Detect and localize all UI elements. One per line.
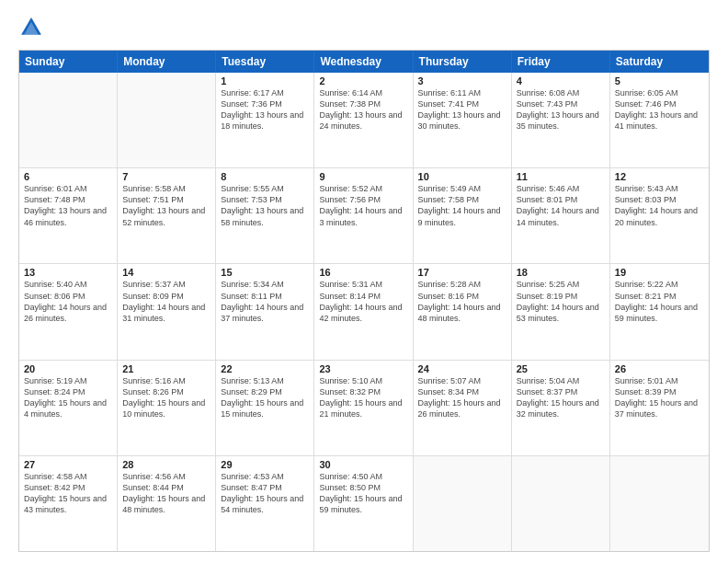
day-info: Sunrise: 5:01 AM Sunset: 8:39 PM Dayligh…	[615, 375, 704, 420]
day-info: Sunrise: 5:37 AM Sunset: 8:09 PM Dayligh…	[122, 279, 210, 324]
day-info: Sunrise: 5:04 AM Sunset: 8:37 PM Dayligh…	[517, 375, 605, 420]
day-number: 9	[319, 171, 407, 182]
day-cell-8: 8Sunrise: 5:55 AM Sunset: 7:53 PM Daylig…	[216, 168, 314, 263]
day-header-monday: Monday	[118, 51, 216, 73]
header	[18, 15, 710, 40]
day-cell-11: 11Sunrise: 5:46 AM Sunset: 8:01 PM Dayli…	[512, 168, 610, 263]
day-info: Sunrise: 4:56 AM Sunset: 8:44 PM Dayligh…	[122, 471, 210, 516]
day-info: Sunrise: 5:13 AM Sunset: 8:29 PM Dayligh…	[221, 375, 309, 420]
day-cell-17: 17Sunrise: 5:28 AM Sunset: 8:16 PM Dayli…	[414, 264, 512, 359]
week-row-2: 6Sunrise: 6:01 AM Sunset: 7:48 PM Daylig…	[19, 167, 709, 263]
logo	[18, 15, 48, 40]
day-cell-24: 24Sunrise: 5:07 AM Sunset: 8:34 PM Dayli…	[414, 361, 512, 455]
calendar-header: SundayMondayTuesdayWednesdayThursdayFrid…	[19, 51, 709, 73]
day-number: 29	[221, 459, 309, 470]
week-row-1: 1Sunrise: 6:17 AM Sunset: 7:36 PM Daylig…	[19, 73, 709, 167]
day-header-friday: Friday	[512, 51, 610, 73]
day-info: Sunrise: 5:07 AM Sunset: 8:34 PM Dayligh…	[418, 375, 506, 420]
day-header-thursday: Thursday	[414, 51, 512, 73]
day-cell-29: 29Sunrise: 4:53 AM Sunset: 8:47 PM Dayli…	[216, 456, 314, 551]
day-info: Sunrise: 5:46 AM Sunset: 8:01 PM Dayligh…	[517, 183, 605, 228]
day-cell-6: 6Sunrise: 6:01 AM Sunset: 7:48 PM Daylig…	[19, 168, 118, 263]
day-cell-20: 20Sunrise: 5:19 AM Sunset: 8:24 PM Dayli…	[19, 361, 118, 455]
day-cell-4: 4Sunrise: 6:08 AM Sunset: 7:43 PM Daylig…	[512, 73, 610, 167]
day-info: Sunrise: 5:10 AM Sunset: 8:32 PM Dayligh…	[319, 375, 407, 420]
day-cell-28: 28Sunrise: 4:56 AM Sunset: 8:44 PM Dayli…	[118, 456, 216, 551]
day-info: Sunrise: 6:08 AM Sunset: 7:43 PM Dayligh…	[517, 87, 605, 132]
day-number: 7	[122, 171, 210, 182]
day-number: 17	[418, 267, 506, 278]
day-number: 19	[615, 267, 704, 278]
day-number: 18	[517, 267, 605, 278]
day-number: 2	[319, 75, 407, 86]
week-row-3: 13Sunrise: 5:40 AM Sunset: 8:06 PM Dayli…	[19, 263, 709, 359]
day-number: 15	[221, 267, 309, 278]
calendar-body: 1Sunrise: 6:17 AM Sunset: 7:36 PM Daylig…	[19, 73, 709, 551]
day-cell-14: 14Sunrise: 5:37 AM Sunset: 8:09 PM Dayli…	[118, 264, 216, 359]
day-header-sunday: Sunday	[19, 51, 118, 73]
day-number: 20	[24, 363, 112, 374]
day-info: Sunrise: 6:17 AM Sunset: 7:36 PM Dayligh…	[221, 87, 309, 132]
day-number: 22	[221, 363, 309, 374]
day-number: 1	[221, 75, 309, 86]
day-info: Sunrise: 6:11 AM Sunset: 7:41 PM Dayligh…	[418, 87, 506, 132]
calendar: SundayMondayTuesdayWednesdayThursdayFrid…	[18, 50, 710, 552]
day-cell-9: 9Sunrise: 5:52 AM Sunset: 7:56 PM Daylig…	[314, 168, 413, 263]
day-number: 8	[221, 171, 309, 182]
day-header-tuesday: Tuesday	[216, 51, 314, 73]
day-number: 10	[418, 171, 506, 182]
day-cell-21: 21Sunrise: 5:16 AM Sunset: 8:26 PM Dayli…	[118, 361, 216, 455]
day-cell-2: 2Sunrise: 6:14 AM Sunset: 7:38 PM Daylig…	[314, 73, 413, 167]
day-cell-empty	[414, 456, 512, 551]
day-cell-22: 22Sunrise: 5:13 AM Sunset: 8:29 PM Dayli…	[216, 361, 314, 455]
page: SundayMondayTuesdayWednesdayThursdayFrid…	[0, 0, 728, 563]
day-cell-30: 30Sunrise: 4:50 AM Sunset: 8:50 PM Dayli…	[314, 456, 413, 551]
day-header-wednesday: Wednesday	[314, 51, 413, 73]
day-cell-3: 3Sunrise: 6:11 AM Sunset: 7:41 PM Daylig…	[414, 73, 512, 167]
day-cell-empty	[610, 456, 709, 551]
day-cell-empty	[19, 73, 118, 167]
day-number: 4	[517, 75, 605, 86]
day-number: 26	[615, 363, 704, 374]
day-info: Sunrise: 5:16 AM Sunset: 8:26 PM Dayligh…	[122, 375, 210, 420]
day-number: 24	[418, 363, 506, 374]
day-cell-15: 15Sunrise: 5:34 AM Sunset: 8:11 PM Dayli…	[216, 264, 314, 359]
day-number: 23	[319, 363, 407, 374]
day-info: Sunrise: 5:40 AM Sunset: 8:06 PM Dayligh…	[24, 279, 112, 324]
day-info: Sunrise: 5:49 AM Sunset: 7:58 PM Dayligh…	[418, 183, 506, 228]
day-cell-19: 19Sunrise: 5:22 AM Sunset: 8:21 PM Dayli…	[610, 264, 709, 359]
day-cell-12: 12Sunrise: 5:43 AM Sunset: 8:03 PM Dayli…	[610, 168, 709, 263]
day-cell-23: 23Sunrise: 5:10 AM Sunset: 8:32 PM Dayli…	[314, 361, 413, 455]
day-number: 27	[24, 459, 112, 470]
day-info: Sunrise: 5:55 AM Sunset: 7:53 PM Dayligh…	[221, 183, 309, 228]
day-cell-26: 26Sunrise: 5:01 AM Sunset: 8:39 PM Dayli…	[610, 361, 709, 455]
day-info: Sunrise: 4:53 AM Sunset: 8:47 PM Dayligh…	[221, 471, 309, 516]
day-info: Sunrise: 5:58 AM Sunset: 7:51 PM Dayligh…	[122, 183, 210, 228]
day-number: 13	[24, 267, 112, 278]
day-info: Sunrise: 5:34 AM Sunset: 8:11 PM Dayligh…	[221, 279, 309, 324]
day-number: 11	[517, 171, 605, 182]
day-cell-25: 25Sunrise: 5:04 AM Sunset: 8:37 PM Dayli…	[512, 361, 610, 455]
day-number: 5	[615, 75, 704, 86]
day-cell-13: 13Sunrise: 5:40 AM Sunset: 8:06 PM Dayli…	[19, 264, 118, 359]
week-row-5: 27Sunrise: 4:58 AM Sunset: 8:42 PM Dayli…	[19, 455, 709, 551]
day-cell-7: 7Sunrise: 5:58 AM Sunset: 7:51 PM Daylig…	[118, 168, 216, 263]
day-number: 14	[122, 267, 210, 278]
day-info: Sunrise: 5:19 AM Sunset: 8:24 PM Dayligh…	[24, 375, 112, 420]
day-cell-empty	[118, 73, 216, 167]
day-info: Sunrise: 4:50 AM Sunset: 8:50 PM Dayligh…	[319, 471, 407, 516]
day-info: Sunrise: 5:52 AM Sunset: 7:56 PM Dayligh…	[319, 183, 407, 228]
day-cell-10: 10Sunrise: 5:49 AM Sunset: 7:58 PM Dayli…	[414, 168, 512, 263]
day-info: Sunrise: 5:43 AM Sunset: 8:03 PM Dayligh…	[615, 183, 704, 228]
day-number: 3	[418, 75, 506, 86]
day-header-saturday: Saturday	[610, 51, 709, 73]
day-number: 30	[319, 459, 407, 470]
day-number: 12	[615, 171, 704, 182]
day-number: 21	[122, 363, 210, 374]
day-cell-5: 5Sunrise: 6:05 AM Sunset: 7:46 PM Daylig…	[610, 73, 709, 167]
day-number: 6	[24, 171, 112, 182]
week-row-4: 20Sunrise: 5:19 AM Sunset: 8:24 PM Dayli…	[19, 360, 709, 455]
day-info: Sunrise: 6:01 AM Sunset: 7:48 PM Dayligh…	[24, 183, 112, 228]
day-cell-16: 16Sunrise: 5:31 AM Sunset: 8:14 PM Dayli…	[314, 264, 413, 359]
day-number: 16	[319, 267, 407, 278]
